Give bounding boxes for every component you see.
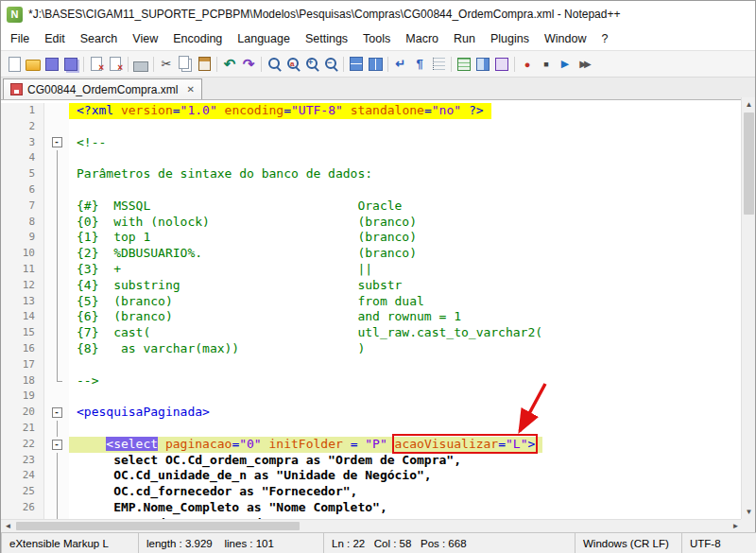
code-text: {7} cast( utl_raw.cast_to_varchar2( — [69, 325, 550, 341]
line-number: 11 — [1, 262, 44, 278]
toolbar-separator — [216, 57, 217, 72]
scroll-down-icon[interactable]: ▼ — [742, 505, 756, 519]
show-all-chars-icon[interactable]: ¶ — [411, 56, 428, 73]
copy-icon[interactable] — [177, 56, 194, 73]
menu-item-encoding[interactable]: Encoding — [165, 29, 230, 48]
fold-margin — [44, 373, 69, 389]
menu-item-search[interactable]: Search — [73, 29, 126, 48]
fold-margin — [44, 357, 69, 373]
menu-item-window[interactable]: Window — [537, 29, 593, 48]
code-line: 14{6} (branco) and rownum = 1 — [1, 309, 743, 325]
line-number: 23 — [1, 453, 44, 469]
macro-play-icon[interactable]: ▶ — [557, 56, 574, 73]
code-line: 23 select OC.Cd_ordem_compra as "Ordem d… — [1, 453, 743, 469]
tab-cg00844-ordemcompra-xml[interactable]: CG00844_OrdemCompra.xml✕ — [3, 78, 202, 99]
code-text: --> — [69, 373, 106, 389]
open-file-icon[interactable] — [25, 56, 42, 73]
line-number: 26 — [1, 500, 44, 516]
code-line: 19 — [1, 389, 743, 405]
code-text — [69, 389, 84, 405]
line-number: 15 — [1, 325, 44, 341]
close-all-icon[interactable] — [107, 56, 124, 73]
fold-margin — [44, 182, 69, 199]
code-line: 10{2} %DBUSUARIO%. (branco) — [1, 246, 743, 262]
fold-marker[interactable]: - — [52, 407, 62, 418]
horizontal-scrollbar-thumb[interactable] — [16, 522, 300, 530]
code-text: {3} + || — [69, 262, 380, 278]
editor[interactable]: 1<?xml version="1.0" encoding="UTF-8" st… — [1, 100, 743, 522]
replace-icon[interactable]: a — [284, 56, 301, 73]
save-all-icon[interactable] — [62, 56, 79, 73]
horizontal-scrollbar[interactable]: ◄ ► — [1, 519, 743, 532]
new-file-icon[interactable] — [6, 56, 23, 73]
fold-margin: - — [44, 135, 69, 151]
toolbar-separator — [451, 57, 452, 72]
menu-item-edit[interactable]: Edit — [37, 29, 73, 48]
editor-lines: 1<?xml version="1.0" encoding="UTF-8" st… — [1, 103, 743, 522]
menu-bar: FileEditSearchViewEncodingLanguageSettin… — [1, 27, 755, 50]
fold-margin — [44, 150, 69, 166]
fold-margin — [44, 246, 69, 262]
line-number: 13 — [1, 294, 44, 310]
editor-area[interactable]: 1<?xml version="1.0" encoding="UTF-8" st… — [1, 100, 755, 522]
doc-list-icon[interactable] — [493, 56, 510, 73]
menu-item-plugins[interactable]: Plugins — [483, 29, 537, 48]
close-icon[interactable] — [88, 56, 105, 73]
fold-margin — [44, 453, 69, 469]
zoom-in-icon[interactable]: + — [303, 56, 320, 73]
doc-map-icon[interactable] — [474, 56, 491, 73]
code-text: <?xml version="1.0" encoding="UTF-8" sta… — [69, 103, 491, 119]
redo-icon[interactable]: ↷ — [240, 56, 257, 73]
fold-margin — [44, 199, 69, 215]
macro-play-multi-icon[interactable]: ▶▶ — [576, 56, 593, 73]
code-text: {#} MSSQL Oracle — [69, 199, 409, 215]
menu-item-file[interactable]: File — [3, 29, 37, 48]
menu-item-language[interactable]: Language — [230, 29, 298, 48]
menu-item-macro[interactable]: Macro — [398, 29, 446, 48]
find-icon[interactable] — [266, 56, 283, 73]
menu-item-view[interactable]: View — [125, 29, 165, 48]
tab-close-icon[interactable]: ✕ — [186, 84, 194, 95]
fold-margin — [44, 294, 69, 310]
fold-marker[interactable]: - — [52, 137, 62, 147]
paste-icon[interactable] — [196, 56, 213, 73]
sync-h-icon[interactable] — [367, 56, 384, 73]
code-text: {5} (branco) from dual — [69, 294, 432, 310]
code-line: 12{4} substring substr — [1, 278, 743, 294]
toolbar-separator — [128, 57, 129, 72]
macro-record-icon[interactable]: ● — [519, 56, 536, 73]
scroll-up-icon[interactable]: ▲ — [742, 97, 756, 112]
window-title: *J:\BASES\CIGAM11_SUPORTE_PCPBPM\Modelos… — [28, 8, 620, 21]
vertical-scrollbar-thumb[interactable] — [744, 112, 754, 215]
fold-margin — [44, 468, 69, 484]
vertical-scrollbar[interactable]: ▲ ▼ — [741, 97, 755, 519]
save-icon[interactable] — [43, 56, 60, 73]
menu-item-help[interactable]: ? — [593, 29, 615, 48]
line-number: 14 — [1, 309, 44, 325]
sync-v-icon[interactable] — [348, 56, 365, 73]
line-number: 7 — [1, 199, 44, 215]
line-number: 24 — [1, 468, 44, 484]
word-wrap-icon[interactable]: ↵ — [392, 56, 409, 73]
code-line: 3-<!-- — [1, 135, 743, 151]
undo-icon[interactable]: ↶ — [221, 56, 238, 73]
toolbar-separator — [261, 57, 262, 72]
fold-margin: - — [44, 437, 69, 453]
indent-guide-icon[interactable] — [430, 56, 447, 73]
menu-item-settings[interactable]: Settings — [298, 29, 355, 48]
fold-marker[interactable]: - — [52, 440, 62, 450]
notepadpp-icon: N — [7, 7, 23, 23]
menu-item-tools[interactable]: Tools — [355, 29, 398, 48]
function-list-icon[interactable] — [455, 56, 472, 73]
code-line: 5Parâmetros de sintaxe do banco de dados… — [1, 166, 743, 182]
macro-stop-icon[interactable]: ■ — [538, 56, 555, 73]
zoom-out-icon[interactable]: − — [322, 56, 339, 73]
print-icon[interactable] — [132, 56, 149, 73]
fold-margin — [44, 484, 69, 500]
cut-icon[interactable]: ✂ — [158, 56, 175, 73]
menu-item-run[interactable]: Run — [446, 29, 483, 48]
code-line: 6 — [1, 182, 743, 199]
code-text: Parâmetros de sintaxe do banco de dados: — [69, 166, 380, 182]
scroll-left-icon[interactable]: ◄ — [1, 520, 15, 532]
scrollbar-corner — [741, 519, 755, 532]
